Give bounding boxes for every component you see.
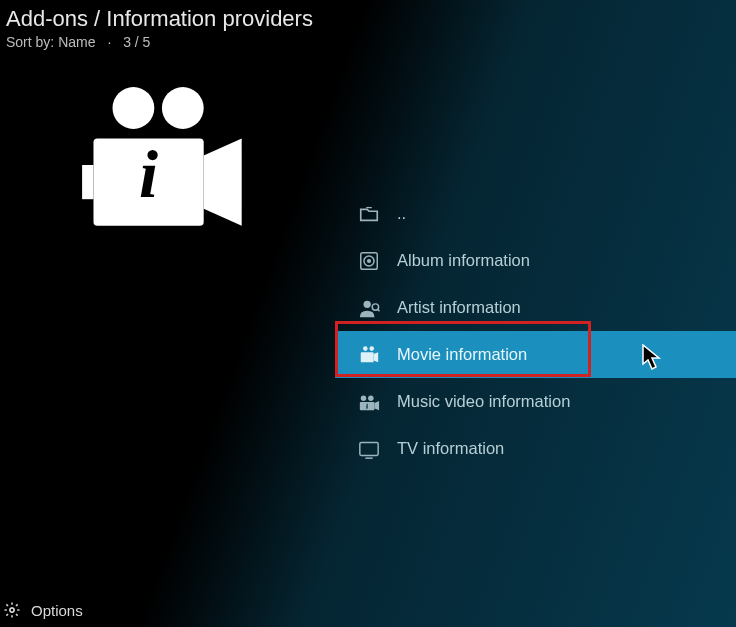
svg-line-25 bbox=[6, 604, 8, 606]
svg-point-16 bbox=[368, 395, 374, 401]
svg-rect-13 bbox=[361, 352, 374, 362]
list-item-music-video[interactable]: Music video information bbox=[335, 378, 736, 425]
list-item-label: Artist information bbox=[397, 298, 521, 317]
list-item-label: .. bbox=[397, 204, 406, 223]
category-list: .. Album information Arti bbox=[335, 190, 736, 472]
svg-point-12 bbox=[369, 346, 374, 351]
list-item-album[interactable]: Album information bbox=[335, 237, 736, 284]
list-item-movie[interactable]: Movie information bbox=[335, 331, 736, 378]
svg-line-26 bbox=[16, 614, 18, 616]
list-item-artist[interactable]: Artist information bbox=[335, 284, 736, 331]
list-item-label: Album information bbox=[397, 251, 530, 270]
svg-rect-4 bbox=[82, 165, 93, 199]
separator: · bbox=[107, 34, 111, 50]
list-item-label: Music video information bbox=[397, 392, 570, 411]
svg-line-28 bbox=[16, 604, 18, 606]
list-item-label: Movie information bbox=[397, 345, 527, 364]
svg-marker-3 bbox=[204, 138, 242, 225]
folder-icon bbox=[355, 203, 383, 225]
options-button[interactable]: Options bbox=[3, 601, 83, 619]
svg-marker-14 bbox=[374, 352, 379, 362]
svg-rect-19 bbox=[360, 442, 378, 455]
list-item-parent[interactable]: .. bbox=[335, 190, 736, 237]
tv-icon bbox=[355, 438, 383, 460]
artist-icon bbox=[355, 297, 383, 319]
svg-point-10 bbox=[372, 303, 378, 309]
svg-point-9 bbox=[364, 300, 371, 307]
sort-status: Sort by: Name · 3 / 5 bbox=[6, 34, 730, 50]
position-indicator: 3 / 5 bbox=[123, 34, 150, 50]
options-label: Options bbox=[31, 602, 83, 619]
svg-point-15 bbox=[361, 395, 367, 401]
album-icon bbox=[355, 250, 383, 272]
svg-marker-18 bbox=[375, 401, 380, 410]
svg-point-0 bbox=[113, 87, 155, 129]
svg-point-11 bbox=[363, 346, 368, 351]
list-item-label: TV information bbox=[397, 439, 504, 458]
music-video-icon bbox=[355, 391, 383, 413]
gear-icon bbox=[3, 601, 21, 619]
category-icon: i bbox=[65, 70, 255, 264]
svg-point-1 bbox=[162, 87, 204, 129]
sort-label[interactable]: Sort by: Name bbox=[6, 34, 95, 50]
svg-text:i: i bbox=[139, 136, 158, 212]
list-item-tv[interactable]: TV information bbox=[335, 425, 736, 472]
svg-point-8 bbox=[368, 259, 371, 262]
page-title: Add-ons / Information providers bbox=[6, 6, 730, 32]
svg-line-27 bbox=[6, 614, 8, 616]
movie-icon bbox=[355, 344, 383, 366]
